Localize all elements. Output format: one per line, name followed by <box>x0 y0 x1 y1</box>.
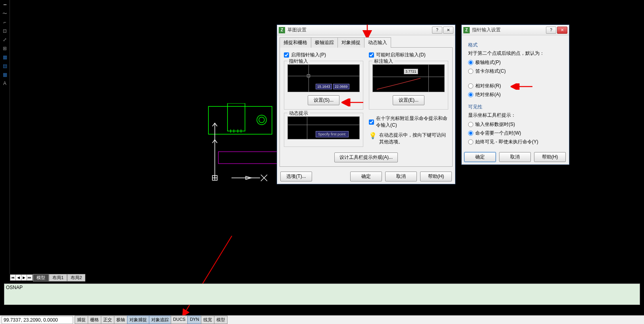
status-DUCS[interactable]: DUCS <box>171 316 188 324</box>
layout-tabs: ⏮ ◀ ▶ ⏭ 模型 布局1 布局2 <box>10 274 85 281</box>
lightbulb-icon: 💡 <box>369 132 377 145</box>
help-icon[interactable]: ? <box>546 27 556 34</box>
tool-spline-icon[interactable]: 〜 <box>1 10 8 17</box>
left-toolbar: ━ 〜 ⌐ ⊡ ⤢ ⊞ ▦ ▤ ▦ A <box>0 0 10 274</box>
sub-dialog-title: 指针输入设置 <box>472 27 545 33</box>
sub-help-button[interactable]: 帮助(H) <box>534 152 566 162</box>
radio-vis-always[interactable]: 始终可见 - 即使未执行命令(Y) <box>468 139 563 145</box>
status-对象追踪[interactable]: 对象追踪 <box>149 316 171 324</box>
command-text: OSNAP <box>6 285 23 290</box>
status-线宽[interactable]: 线宽 <box>201 316 214 324</box>
pointer-preview: 15.1643 22.0669 <box>287 64 360 92</box>
hint-note: 在动态提示中，按向下键可访问其他选项。 <box>379 132 448 145</box>
status-模型[interactable]: 模型 <box>214 316 228 324</box>
command-line[interactable]: OSNAP <box>4 284 640 305</box>
status-捕捉[interactable]: 捕捉 <box>75 316 88 324</box>
sub-dialog-titlebar[interactable]: Z 指针输入设置 ? ✕ <box>462 25 569 35</box>
dim-input-group: 标注输入 3.7721 设置(E)... <box>369 61 448 110</box>
radio-vis-input[interactable]: 输入坐标数据时(S) <box>468 121 563 128</box>
sub-ok-button[interactable]: 确定 <box>464 152 496 162</box>
dialog-titlebar[interactable]: Z 草图设置 ? ✕ <box>277 25 455 35</box>
dim-preview: 3.7721 <box>372 64 445 92</box>
tab-layout1[interactable]: 布局1 <box>49 274 67 282</box>
help-button[interactable]: 帮助(H) <box>420 172 452 181</box>
tab-dyn-input[interactable]: 动态输入 <box>364 37 391 48</box>
sub-cancel-button[interactable]: 取消 <box>499 152 531 162</box>
tab-osnap[interactable]: 对象捕捉 <box>337 37 364 48</box>
tab-panel: 启用指针输入(P) 指针输入 15.1643 22.0669 设置(S)... <box>280 47 453 167</box>
status-极轴[interactable]: 极轴 <box>114 316 127 324</box>
tool-pline-icon[interactable]: ⌐ <box>1 19 8 26</box>
nav-prev-icon[interactable]: ◀ <box>16 275 21 280</box>
tool-table-icon[interactable]: ▦ <box>1 71 8 78</box>
status-栅格[interactable]: 栅格 <box>88 316 101 324</box>
status-正交[interactable]: 正交 <box>101 316 114 324</box>
radio-vis-cmd[interactable]: 命令需要一个点时(W) <box>468 130 563 137</box>
visibility-section: 可见性 <box>468 104 563 110</box>
pointer-input-settings-dialog: Z 指针输入设置 ? ✕ 格式 对于第二个点或后续的点，默认为： 极轴格式(P)… <box>461 25 569 165</box>
sketch-settings-dialog: Z 草图设置 ? ✕ 捕捉和栅格 极轴追踪 对象捕捉 动态输入 启用指针输入(P… <box>277 25 455 184</box>
nav-first-icon[interactable]: ⏮ <box>10 275 16 280</box>
radio-relative[interactable]: 相对坐标(R) <box>468 83 563 89</box>
hint-preview: Specify first point: <box>287 116 360 139</box>
format-section: 格式 <box>468 42 563 48</box>
svg-rect-8 <box>218 152 282 164</box>
coordinates-readout: 99.7337, 23.2090, 0.0000 <box>2 316 73 324</box>
tab-model[interactable]: 模型 <box>33 274 49 282</box>
tool-hatch-icon[interactable]: ▦ <box>1 54 8 61</box>
enable-dim-input-checkbox[interactable]: 可能时启用标注输入(D) <box>369 52 448 58</box>
svg-point-6 <box>257 115 266 125</box>
tool-dim-icon[interactable]: ▤ <box>1 62 8 69</box>
close-icon[interactable]: ✕ <box>557 27 567 34</box>
tool-text-icon[interactable]: A <box>1 80 8 87</box>
ok-button[interactable]: 确定 <box>350 172 382 181</box>
layout-nav: ⏮ ◀ ▶ ⏭ <box>10 274 33 281</box>
enable-pointer-input-checkbox[interactable]: 启用指针输入(P) <box>284 52 363 58</box>
status-DYN[interactable]: DYN <box>187 316 201 324</box>
svg-rect-1 <box>228 103 245 131</box>
pointer-input-group: 指针输入 15.1643 22.0669 设置(S)... <box>284 61 363 110</box>
options-button[interactable]: 选项(T)... <box>280 172 312 181</box>
nav-next-icon[interactable]: ▶ <box>21 275 27 280</box>
tool-line-icon[interactable]: ━ <box>1 1 8 8</box>
status-bar: 99.7337, 23.2090, 0.0000 捕捉栅格正交极轴对象捕捉对象追… <box>0 315 644 324</box>
dyn-hint-group: 动态提示 Specify first point: <box>284 113 363 147</box>
tool-scale-icon[interactable]: ⤢ <box>1 36 8 43</box>
cancel-button[interactable]: 取消 <box>385 172 417 181</box>
appearance-button[interactable]: 设计工具栏提示外观(A)... <box>334 152 398 162</box>
help-icon[interactable]: ? <box>432 27 442 34</box>
tool-group-icon[interactable]: ⊞ <box>1 45 8 52</box>
cad-drawing <box>197 103 284 191</box>
dialog-title: 草图设置 <box>287 27 431 33</box>
radio-absolute[interactable]: 绝对坐标(A) <box>468 91 563 98</box>
nav-last-icon[interactable]: ⏭ <box>27 275 33 280</box>
tab-layout2[interactable]: 布局2 <box>67 274 85 282</box>
status-对象捕捉[interactable]: 对象捕捉 <box>127 316 149 324</box>
tab-polar-track[interactable]: 极轴追踪 <box>311 37 338 48</box>
app-icon: Z <box>463 27 470 33</box>
radio-polar[interactable]: 极轴格式(P) <box>468 59 563 66</box>
pointer-settings-button[interactable]: 设置(S)... <box>308 95 339 105</box>
radio-cartesian[interactable]: 笛卡尔格式(C) <box>468 68 563 75</box>
close-icon[interactable]: ✕ <box>443 27 453 34</box>
tool-rect-icon[interactable]: ⊡ <box>1 27 8 35</box>
show-cmd-prompt-checkbox[interactable]: 在十字光标附近显示命令提示和命令输入(C) <box>369 115 448 129</box>
app-icon: Z <box>279 27 285 33</box>
tab-snap-grid[interactable]: 捕捉和栅格 <box>280 37 311 48</box>
svg-rect-0 <box>208 106 272 134</box>
dim-settings-button[interactable]: 设置(E)... <box>393 95 424 105</box>
svg-point-7 <box>259 117 264 123</box>
tab-strip: 捕捉和栅格 极轴追踪 对象捕捉 动态输入 <box>277 35 455 47</box>
